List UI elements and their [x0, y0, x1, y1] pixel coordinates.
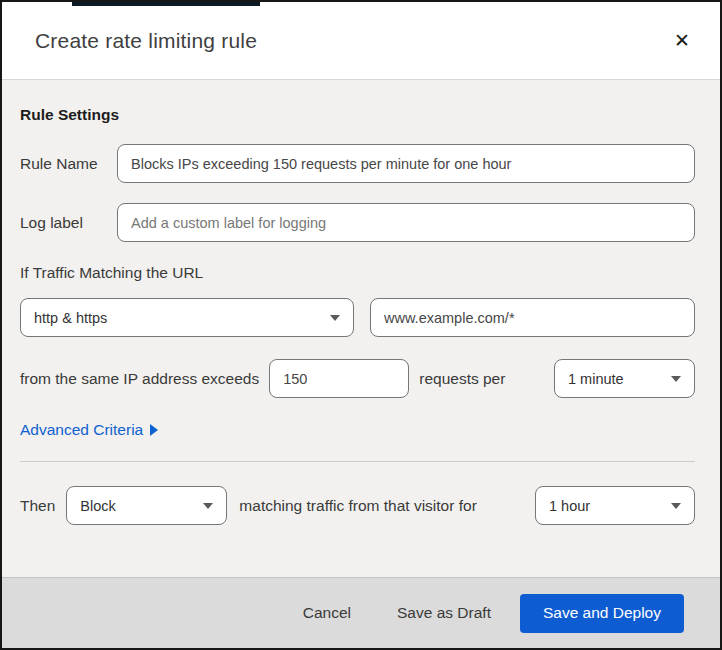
threshold-row: from the same IP address exceeds request… [20, 359, 695, 398]
advanced-criteria-label: Advanced Criteria [20, 421, 143, 439]
log-label-row: Log label [20, 203, 695, 242]
exceeds-prefix-text: from the same IP address exceeds [20, 370, 259, 388]
save-and-deploy-button[interactable]: Save and Deploy [520, 594, 684, 633]
close-icon[interactable]: ✕ [670, 27, 694, 54]
cancel-button[interactable]: Cancel [303, 604, 351, 622]
url-pattern-input[interactable] [370, 298, 695, 337]
action-middle-text: matching traffic from that visitor for [239, 497, 476, 515]
scheme-select-value: http & https [34, 310, 107, 326]
action-row: Then Block matching traffic from that vi… [20, 486, 695, 525]
then-label: Then [20, 497, 55, 515]
chevron-down-icon [671, 376, 681, 382]
chevron-down-icon [330, 315, 340, 321]
request-count-input[interactable] [269, 359, 409, 398]
rule-name-label: Rule Name [20, 155, 117, 173]
url-match-row: http & https [20, 298, 695, 337]
section-divider [20, 461, 695, 462]
rule-settings-heading: Rule Settings [20, 106, 695, 124]
requests-per-text: requests per [419, 370, 505, 388]
chevron-down-icon [671, 503, 681, 509]
period-select[interactable]: 1 minute [554, 359, 695, 398]
top-accent-bar [72, 2, 260, 6]
duration-select[interactable]: 1 hour [535, 486, 695, 525]
save-as-draft-button[interactable]: Save as Draft [397, 604, 491, 622]
duration-select-value: 1 hour [549, 498, 590, 514]
scheme-select[interactable]: http & https [20, 298, 354, 337]
dialog-body: Rule Settings Rule Name Log label If Tra… [2, 106, 720, 525]
log-label-input[interactable] [117, 203, 695, 242]
chevron-down-icon [203, 503, 213, 509]
create-rate-limiting-rule-dialog: Create rate limiting rule ✕ Rule Setting… [0, 0, 722, 650]
dialog-header: Create rate limiting rule ✕ [2, 2, 720, 80]
action-select-value: Block [80, 498, 115, 514]
action-select[interactable]: Block [66, 486, 227, 525]
log-label-label: Log label [20, 214, 117, 232]
advanced-criteria-link[interactable]: Advanced Criteria [20, 421, 158, 439]
triangle-right-icon [150, 424, 158, 436]
advanced-criteria-wrap: Advanced Criteria [20, 398, 695, 439]
dialog-title: Create rate limiting rule [35, 29, 257, 53]
rule-name-input[interactable] [117, 144, 695, 183]
dialog-footer: Cancel Save as Draft Save and Deploy [2, 577, 720, 648]
period-select-value: 1 minute [568, 371, 624, 387]
traffic-match-heading: If Traffic Matching the URL [20, 264, 695, 282]
rule-name-row: Rule Name [20, 144, 695, 183]
